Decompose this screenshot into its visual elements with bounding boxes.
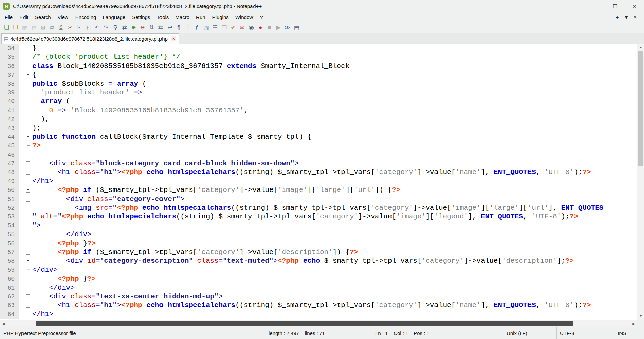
fold-toggle-icon[interactable]: − — [26, 197, 30, 202]
code-token — [130, 89, 134, 96]
vertical-scrollbar-thumb[interactable] — [638, 51, 643, 166]
find-icon[interactable]: ⚲ — [111, 23, 120, 32]
new-file-icon[interactable]: ❏ — [2, 23, 11, 32]
code-token: 'category' — [371, 204, 413, 212]
code-line: 41 0 => 'Block_140208535165b81835cb91c8_… — [0, 106, 644, 115]
code-token: "text-xs-center hidden-md-up" — [96, 293, 218, 300]
line-number: 44 — [0, 133, 19, 141]
horizontal-scrollbar[interactable]: ◀ ▶ — [0, 320, 637, 327]
horizontal-scrollbar-thumb[interactable] — [36, 321, 573, 326]
document-list-icon[interactable]: ☰ — [211, 23, 220, 32]
fold-toggle-icon[interactable]: − — [26, 303, 30, 308]
close-document-button[interactable]: ✕ — [631, 15, 639, 20]
code-token: ( — [62, 97, 70, 105]
mime-tools-icon[interactable]: ✉ — [238, 23, 247, 32]
show-all-characters-icon[interactable]: ¶ — [174, 23, 183, 32]
line-number: 49 — [0, 177, 19, 186]
maximize-button[interactable]: ❐ — [606, 0, 625, 12]
code-token: ]->value[ — [417, 301, 455, 309]
menu-encoding[interactable]: Encoding — [72, 13, 100, 21]
minimize-button[interactable]: — — [587, 0, 606, 12]
status-insert-mode[interactable]: INS — [614, 327, 644, 339]
fold-toggle-icon[interactable]: − — [26, 250, 30, 255]
code-text: ?> — [32, 141, 41, 150]
sync-scroll-vertical-icon[interactable]: ⇅ — [147, 23, 156, 32]
scroll-down-arrow-icon[interactable]: ▼ — [637, 313, 644, 320]
code-token: ]->value[ — [417, 168, 455, 176]
code-token: > — [273, 257, 278, 265]
scroll-left-arrow-icon[interactable]: ◀ — [0, 320, 7, 327]
scroll-up-arrow-icon[interactable]: ▲ — [637, 44, 644, 51]
menu-view[interactable]: View — [54, 13, 72, 21]
status-encoding[interactable]: UTF-8 — [556, 327, 614, 339]
fold-margin: − — [19, 186, 32, 195]
code-token: src — [96, 204, 108, 212]
menu-run[interactable]: Run — [193, 13, 209, 21]
document-map-icon[interactable]: ▧ — [201, 23, 211, 32]
function-list-icon[interactable]: ƒ — [192, 23, 201, 32]
line-number: 37 — [0, 71, 19, 79]
menu-search[interactable]: Search — [32, 13, 54, 21]
code-token: 'Block_140208535165b81835cb91c8_36761357… — [70, 107, 244, 114]
macro-run-multiple-icon[interactable]: ≫ — [283, 23, 292, 32]
replace-icon[interactable]: ⇄ — [120, 23, 129, 32]
menu-language[interactable]: Language — [99, 13, 129, 21]
tab-close-icon[interactable]: ✕ — [171, 36, 176, 41]
tab-list-button[interactable]: ▼ — [622, 15, 631, 20]
fold-toggle-icon[interactable]: − — [26, 135, 30, 139]
macro-save-icon[interactable]: ▤ — [292, 23, 301, 32]
code-token: 'image' — [278, 186, 307, 194]
fold-toggle-icon[interactable]: − — [26, 170, 30, 175]
zoom-in-icon[interactable]: ⊕ — [129, 23, 138, 32]
macro-record-icon[interactable]: ● — [256, 23, 265, 32]
code-token: 'name' — [455, 168, 481, 176]
menu-settings[interactable]: Settings — [129, 13, 153, 21]
print-icon[interactable]: ⎙ — [56, 23, 65, 32]
menu-file[interactable]: File — [1, 13, 16, 21]
code-token: ], — [481, 168, 494, 176]
scroll-right-arrow-icon[interactable]: ▶ — [630, 320, 637, 327]
monitoring-eye-icon[interactable]: ◉ — [247, 23, 256, 32]
fold-margin — [19, 284, 32, 292]
close-all-icon[interactable]: ⧉ — [47, 23, 56, 32]
menu-window[interactable]: Window — [232, 13, 257, 21]
code-token: ][ — [307, 186, 316, 194]
status-eol-format[interactable]: Unix (LF) — [503, 327, 556, 339]
open-folder-icon[interactable]: ❐ — [11, 23, 20, 32]
undo-icon[interactable]: ↶ — [93, 23, 102, 32]
save-file-icon[interactable]: ▦ — [20, 23, 29, 32]
tab-category-tpl[interactable]: ▤ 4c4d5c62ea4e79e308d6c978672f518f223f28… — [1, 33, 179, 44]
code-token: ); — [574, 301, 582, 309]
close-file-icon[interactable]: ⊠ — [38, 23, 47, 32]
paste-icon[interactable]: ⎗ — [84, 23, 93, 32]
menu-macro[interactable]: Macro — [172, 13, 193, 21]
redo-icon[interactable]: ↷ — [102, 23, 111, 32]
fold-toggle-icon[interactable]: − — [26, 294, 30, 299]
indent-guide-icon[interactable]: ┆ — [183, 23, 192, 32]
code-text: </div> — [32, 266, 58, 274]
menu-edit[interactable]: Edit — [16, 13, 32, 21]
fold-toggle-icon[interactable]: − — [26, 161, 30, 166]
menu-help[interactable]: ? — [257, 13, 266, 21]
editor[interactable]: 34−}35/* {block 'product_list_header'} *… — [0, 44, 644, 320]
close-button[interactable]: ✕ — [625, 0, 644, 12]
code-token — [138, 204, 142, 212]
save-all-icon[interactable]: ▩ — [29, 23, 38, 32]
folder-as-workspace-icon[interactable]: ❒ — [220, 23, 229, 32]
macro-play-icon[interactable]: ▶ — [274, 23, 283, 32]
fold-toggle-icon[interactable]: − — [26, 73, 30, 77]
menu-plugins[interactable]: Plugins — [209, 13, 232, 21]
vertical-scrollbar[interactable]: ▲ ▼ — [637, 44, 644, 320]
copy-icon[interactable]: ⎘ — [75, 23, 84, 32]
code-token: ?> — [570, 213, 578, 220]
macro-stop-icon[interactable]: ■ — [265, 23, 274, 32]
new-tab-button[interactable]: + — [613, 15, 622, 20]
word-wrap-icon[interactable]: ↩ — [165, 23, 174, 32]
cut-icon[interactable]: ✂ — [65, 23, 75, 32]
spell-check-icon[interactable]: ✔ — [229, 23, 238, 32]
fold-toggle-icon[interactable]: − — [26, 188, 30, 193]
sync-scroll-horizontal-icon[interactable]: ⇆ — [156, 23, 165, 32]
fold-toggle-icon[interactable]: − — [26, 259, 30, 263]
menu-tools[interactable]: Tools — [153, 13, 172, 21]
zoom-out-icon[interactable]: ⊖ — [138, 23, 147, 32]
